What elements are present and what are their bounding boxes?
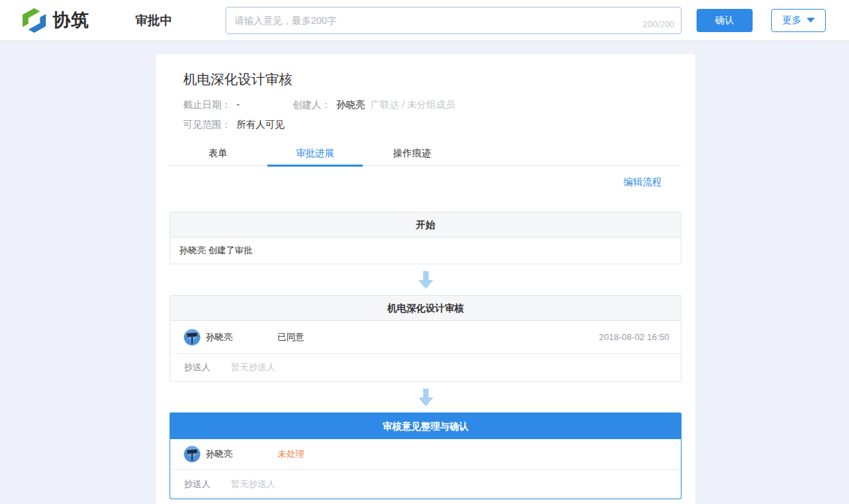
- chevron-down-icon: [807, 18, 815, 23]
- more-button-label: 更多: [783, 14, 802, 27]
- tab-approval-progress[interactable]: 审批进展: [267, 143, 364, 166]
- approver-name: 孙晓亮: [206, 331, 278, 344]
- approval-title: 机电深化设计审核: [183, 70, 682, 88]
- logo-text: 协筑: [53, 8, 90, 32]
- workflow-progress: 开始 孙晓亮 创建了审批 机电深化设计审核: [170, 212, 682, 499]
- deadline-label: 截止日期：: [183, 98, 231, 111]
- workflow-step-start: 开始 孙晓亮 创建了审批: [170, 212, 682, 264]
- comment-box: 200/200: [226, 7, 682, 34]
- creator-organization: 广联达 / 未分组成员: [370, 98, 455, 111]
- step-start-body: 孙晓亮 创建了审批: [170, 238, 681, 264]
- approver-row: 孙晓亮 已同意 2018-08-02 16:50: [170, 321, 681, 354]
- creator-name: 孙晓亮: [336, 98, 365, 111]
- comment-input[interactable]: [226, 7, 682, 34]
- approval-detail-card: 机电深化设计审核 截止日期： - 创建人： 孙晓亮 广联达 / 未分组成员 可见…: [156, 54, 695, 504]
- meta-row-visibility: 可见范围： 所有人可见: [183, 118, 682, 131]
- deadline-value: -: [237, 98, 273, 111]
- workflow-step-review: 机电深化设计审核 孙晓亮 已同意 2018-08-02 16:50 抄送人 暂无…: [170, 295, 682, 382]
- detail-tabs: 表单 审批进展 操作痕迹: [170, 143, 682, 166]
- step-start-title: 开始: [170, 212, 681, 238]
- creator-label: 创建人：: [293, 98, 331, 111]
- app-logo[interactable]: 协筑: [21, 7, 99, 34]
- approval-timestamp: 2018-08-02 16:50: [599, 332, 669, 342]
- cc-row: 抄送人 暂无抄送人: [170, 470, 681, 499]
- workflow-step-confirm: 审核意见整理与确认 孙晓亮 未处理 抄送人 暂无抄送人: [170, 412, 682, 499]
- char-counter: 200/200: [643, 19, 675, 29]
- meta-row-deadline-creator: 截止日期： - 创建人： 孙晓亮 广联达 / 未分组成员: [183, 98, 682, 111]
- approver-status-approved: 已同意: [278, 331, 304, 344]
- arrow-down-icon: [418, 389, 433, 406]
- cc-label: 抄送人: [184, 478, 211, 490]
- logo-hexagon-icon: [21, 7, 48, 34]
- more-button[interactable]: 更多: [771, 9, 826, 32]
- tab-form[interactable]: 表单: [170, 143, 267, 166]
- flow-arrow-1: [170, 271, 682, 289]
- confirm-button[interactable]: 确认: [697, 9, 753, 32]
- approver-name: 孙晓亮: [206, 448, 278, 460]
- approval-status-title: 审批中: [135, 12, 172, 29]
- cc-value: 暂无抄送人: [231, 478, 275, 490]
- arrow-down-icon: [418, 271, 433, 289]
- visibility-label: 可见范围：: [183, 118, 231, 131]
- step-review-title: 机电深化设计审核: [170, 296, 681, 321]
- cc-value: 暂无抄送人: [231, 361, 275, 374]
- approver-status-pending: 未处理: [278, 448, 304, 460]
- visibility-value: 所有人可见: [237, 118, 284, 131]
- avatar: [184, 446, 200, 462]
- top-bar: 协筑 审批中 200/200 确认 更多: [0, 0, 849, 41]
- avatar: [184, 329, 200, 346]
- cc-row: 抄送人 暂无抄送人: [170, 354, 681, 381]
- cc-label: 抄送人: [184, 361, 211, 374]
- edit-flow-row: 编辑流程: [170, 176, 682, 189]
- edit-flow-link[interactable]: 编辑流程: [623, 176, 662, 187]
- flow-arrow-2: [170, 389, 682, 406]
- approver-row: 孙晓亮 未处理: [170, 439, 681, 470]
- step-confirm-title: 审核意见整理与确认: [170, 413, 681, 439]
- tab-operation-trace[interactable]: 操作痕迹: [364, 143, 461, 166]
